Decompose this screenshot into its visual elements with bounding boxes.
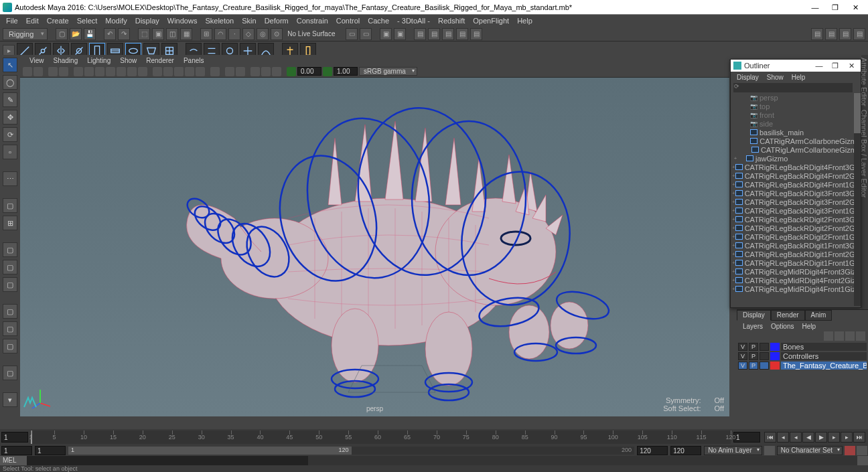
anim-layer-icon[interactable] [764,446,775,455]
layer-vis-toggle[interactable]: V [738,362,747,370]
scale-tool[interactable]: ▫ [3,145,17,159]
ipr-render-icon[interactable]: ▣ [394,28,406,40]
vp-menu-panels[interactable]: Panels [179,57,208,64]
outliner-item[interactable]: +CATRigRLegMidRDigit4Front3Gizmo [731,267,861,276]
vp-gate-mask-icon[interactable] [106,67,115,76]
outliner-item[interactable]: 📷persp [731,93,861,102]
current-frame-field-right[interactable] [733,432,760,443]
step-fwd-button[interactable]: ▸ [828,432,840,443]
select-component-icon[interactable]: ◫ [166,28,178,40]
layout-d[interactable]: ▢ [3,304,17,319]
vp-lights-icon[interactable] [185,67,194,76]
layout-f[interactable]: ▢ [3,339,17,353]
outliner-close-button[interactable]: ✕ [845,62,858,70]
layer-vis-toggle[interactable]: V [738,343,747,351]
layer-vis-toggle[interactable]: V [738,352,747,360]
layer-tab-anim[interactable]: Anim [805,310,833,321]
menu-3dtoall[interactable]: - 3DtoAll - [394,16,433,25]
outliner-item[interactable]: +CATRigRLegBackRDigit1Front3Gizmo [731,241,861,250]
cons-history-icon[interactable]: ▭ [346,28,358,40]
range-start-outer[interactable] [1,446,32,455]
range-end-inner[interactable] [637,446,668,455]
outliner-item[interactable]: +CATRigRLegBackRDigit2Front2Gizmo [731,224,861,232]
redo-icon[interactable]: ↷ [118,28,130,40]
layer-tab-display[interactable]: Display [737,310,771,321]
vp-xray-icon[interactable] [225,67,234,76]
layer-color-swatch[interactable] [770,343,780,351]
vp-gamma-field[interactable] [334,67,358,76]
menu-deform[interactable]: Deform [261,16,292,25]
hypergraph-icon[interactable]: ▤ [414,28,426,40]
vp-isolate-icon[interactable] [210,67,220,76]
paint-select-tool[interactable]: ✎ [3,92,17,107]
rotate-tool[interactable]: ⟳ [3,127,17,142]
outliner-tree[interactable]: 📷persp📷top📷front📷sidebasilisk_mainCATRig… [731,93,861,306]
single-persp-layout[interactable]: ▢ [3,198,17,213]
attribute-editor-tab[interactable]: Attribute Editor Channel Box / Layer Edi… [861,55,868,309]
step-back-button[interactable]: ◂ [790,432,802,443]
menu-windows[interactable]: Windows [164,16,201,25]
vp-camera-icon[interactable] [23,67,32,76]
snap-grid-icon[interactable]: ⊞ [200,28,212,40]
layer-row[interactable]: VPThe_Fantasy_Creature_Basilisk_R [738,361,867,370]
layout-a[interactable]: ▢ [3,242,17,257]
current-frame-field-left[interactable] [1,432,28,443]
go-start-button[interactable]: ⏮ [764,432,776,443]
vp-exposure-icon[interactable] [287,67,296,76]
layer-menu-options[interactable]: Options [768,323,797,330]
menu-cache[interactable]: Cache [364,16,392,25]
go-end-button[interactable]: ⏭ [853,432,865,443]
outliner-item[interactable]: +CATRigRLegMidRDigit4Front2Gizmo [731,276,861,285]
outliner-item[interactable]: +CATRigRLegMidRDigit4Front1Gizmo [731,285,861,293]
command-input[interactable] [27,456,308,465]
toggle-tool-settings-icon[interactable]: ▤ [825,28,837,40]
outliner-item[interactable]: +jawGizmo [731,154,861,163]
layer-color-swatch[interactable] [770,352,780,360]
vp-wireframe-icon[interactable] [153,67,162,76]
vp-ao-icon[interactable] [250,67,260,76]
outliner-menu-help[interactable]: Help [788,74,809,81]
outliner-item[interactable]: +CATRigRLegBackRDigit4Front3Gizmo [731,163,861,171]
vp-grid-icon[interactable] [74,67,83,76]
layout-expand[interactable]: ▾ [3,392,17,407]
layout-e[interactable]: ▢ [3,321,17,336]
layer-type-toggle[interactable] [760,343,769,351]
vp-menu-shading[interactable]: Shading [50,57,82,64]
snap-curve-icon[interactable]: ◠ [214,28,226,40]
menu-modify[interactable]: Modify [102,16,130,25]
select-tool[interactable]: ↖ [3,58,17,72]
snap-point-icon[interactable]: · [228,28,240,40]
menu-redshift[interactable]: Redshift [435,16,468,25]
time-ruler[interactable]: 1510152025303540455055606570758085909510… [31,430,731,444]
layer-play-toggle[interactable]: P [749,343,758,351]
vp-image-plane-icon[interactable] [48,67,58,76]
vp-shadows-icon[interactable] [196,67,205,76]
layer-new-empty-icon[interactable] [824,331,833,341]
layer-type-toggle[interactable] [760,362,769,370]
save-scene-icon[interactable]: 💾 [84,28,96,40]
outliner-item[interactable]: +CATRigRLegBackRDigit1Front1Gizmo [731,258,861,267]
anim-layer-combo[interactable]: No Anim Layer [704,446,762,455]
window-minimize-button[interactable]: — [805,1,825,13]
move-tool[interactable]: ✥ [3,110,17,125]
viewport-3d[interactable]: persp Symmetry:Off Soft Select:Off [20,78,729,416]
window-maximize-button[interactable]: ❐ [825,1,845,13]
lasso-tool[interactable]: ◯ [3,75,17,90]
outliner-item[interactable]: basilisk_main [731,128,861,137]
vp-colorspace-combo[interactable]: sRGB gamma [359,67,417,76]
vp-bookmark-icon[interactable] [33,67,43,76]
menu-constrain[interactable]: Constrain [293,16,332,25]
light-editor-icon[interactable]: ▤ [470,28,482,40]
layer-tab-render[interactable]: Render [771,310,805,321]
select-multi-icon[interactable]: ▦ [180,28,192,40]
cons-history-off-icon[interactable]: ▭ [360,28,372,40]
layer-color-swatch[interactable] [770,362,780,370]
layer-name[interactable]: Bones [781,343,867,351]
toggle-modeling-toolkit-icon[interactable]: ▤ [853,28,865,40]
outliner-scroll-thumb[interactable] [854,93,861,133]
snap-live-icon[interactable]: ◎ [257,28,269,40]
window-close-button[interactable]: ✕ [845,1,865,13]
outliner-scrollbar[interactable] [854,93,861,306]
layer-type-toggle[interactable] [760,352,769,360]
character-set-combo[interactable]: No Character Set [777,446,843,455]
